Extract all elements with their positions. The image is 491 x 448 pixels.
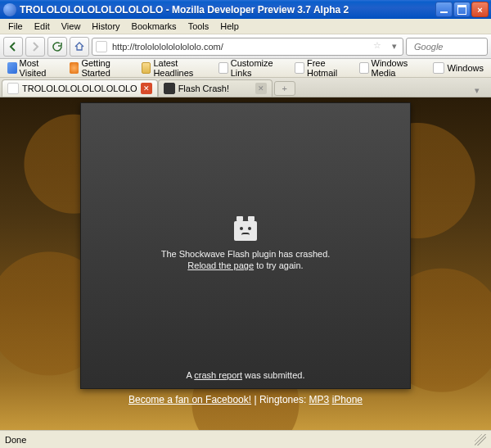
site-icon [96,41,107,52]
minimize-button[interactable] [435,2,453,17]
crash-message: The Shockwave Flash plugin has crashed. [161,249,331,259]
sad-plugin-icon [234,221,257,241]
search-input[interactable] [412,41,491,52]
ringtone-iphone-link[interactable]: iPhone [332,394,363,405]
app-icon [3,3,16,16]
menu-bookmarks[interactable]: Bookmarks [127,20,182,32]
tab-trololo[interactable]: TROLOLOLOLOLOLOLOLO ✕ [2,79,158,97]
url-box[interactable]: ☆ ▾ [92,38,403,56]
window-titlebar: TROLOLOLOLOLOLOLOLOLO - Mozilla Develope… [0,0,491,19]
menu-tools[interactable]: Tools [183,20,214,32]
folder-icon [7,62,17,74]
crash-report-line: A crash report was submitted. [187,370,305,380]
crash-report-link[interactable]: crash report [194,370,242,380]
resize-grip-icon[interactable] [475,434,486,446]
new-tab-button[interactable]: + [274,81,295,96]
firefox-icon [70,62,79,74]
bookmark-free-hotmail[interactable]: Free Hotmail [291,57,354,79]
reload-button[interactable] [47,37,67,57]
navbar: ☆ ▾ G [0,34,491,59]
home-button[interactable] [70,37,89,57]
bookmarks-toolbar: Most Visited Getting Started Latest Head… [0,59,491,78]
page-icon [295,62,304,74]
reload-line: Reload the page to try again. [187,260,303,270]
tab-favicon [7,83,19,94]
content-area: The Shockwave Flash plugin has crashed. … [0,97,491,430]
menu-view[interactable]: View [56,20,86,32]
page-icon [359,62,369,74]
maximize-button[interactable] [453,2,471,17]
bookmark-latest-headlines[interactable]: Latest Headlines [137,57,213,79]
ringtone-mp3-link[interactable]: MP3 [309,394,330,405]
window-controls: × [435,2,491,17]
bookmark-star-icon[interactable]: ☆ [373,40,386,53]
tab-label: TROLOLOLOLOLOLOLOLO [22,84,137,93]
menu-help[interactable]: Help [215,20,244,32]
page-icon [433,62,444,74]
tab-favicon [164,83,175,94]
bookmark-most-visited[interactable]: Most Visited [3,57,64,79]
tab-close-icon[interactable]: ✕ [255,83,267,94]
bookmark-getting-started[interactable]: Getting Started [65,57,136,79]
page-icon [218,62,228,74]
back-button[interactable] [3,37,23,57]
tab-bar: TROLOLOLOLOLOLOLOLO ✕ Flash Crash! ✕ + ▾ [0,78,491,97]
window-title: TROLOLOLOLOLOLOLOLOLO - Mozilla Develope… [20,4,435,16]
bookmark-windows-media[interactable]: Windows Media [355,57,428,79]
facebook-link[interactable]: Become a fan on Facebook! [128,394,251,405]
bookmark-customize-links[interactable]: Customize Links [214,57,289,79]
search-box[interactable]: G [406,38,488,56]
close-button[interactable]: × [471,2,489,17]
reload-link[interactable]: Reload the page [187,260,254,270]
menu-file[interactable]: File [3,20,28,32]
url-dropdown-icon[interactable]: ▾ [390,41,399,52]
forward-button[interactable] [25,37,45,57]
page-footer: Become a fan on Facebook! | Ringtones: M… [0,394,491,405]
tab-flash-crash[interactable]: Flash Crash! ✕ [158,79,273,97]
tab-close-icon[interactable]: ✕ [141,83,152,94]
menubar: File Edit View History Bookmarks Tools H… [0,19,491,34]
menu-edit[interactable]: Edit [29,20,55,32]
flash-crash-panel: The Shockwave Flash plugin has crashed. … [80,102,411,389]
url-input[interactable] [110,41,370,52]
status-text: Done [5,435,26,445]
feed-icon [142,62,151,74]
bookmark-windows[interactable]: Windows [429,61,488,75]
tab-label: Flash Crash! [178,84,252,93]
menu-history[interactable]: History [87,20,124,32]
status-bar: Done [0,430,491,448]
tab-list-dropdown-icon[interactable]: ▾ [475,85,486,97]
